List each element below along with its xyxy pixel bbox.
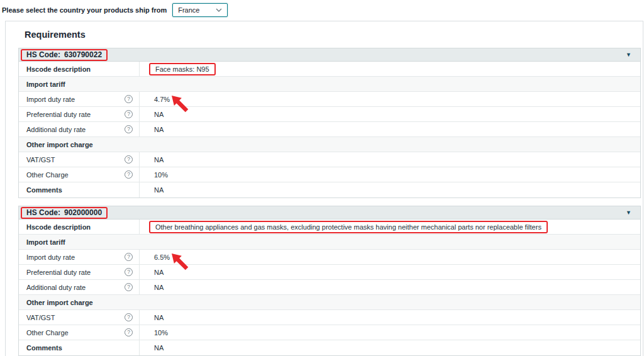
row-label: Comments xyxy=(19,340,140,355)
red-annotation-box: HS Code: 902000000 xyxy=(21,207,108,219)
vat-gst-value: NA xyxy=(154,156,164,164)
collapse-caret-icon[interactable]: ▼ xyxy=(626,210,631,216)
help-icon[interactable]: ? xyxy=(125,328,133,337)
hs-code-prefix: HS Code: xyxy=(26,208,60,217)
help-icon[interactable]: ? xyxy=(125,155,133,164)
requirements-panel: Requirements HS Code: 630790022 ▼ Hscode… xyxy=(5,21,643,356)
chevron-down-icon xyxy=(216,8,222,12)
table-row-preferential-duty: Preferential duty rate ? NA xyxy=(19,265,640,280)
comments-value: NA xyxy=(154,344,164,352)
ship-from-select[interactable]: France xyxy=(172,3,228,17)
help-icon[interactable]: ? xyxy=(125,170,133,179)
hs-code-prefix: HS Code: xyxy=(26,50,60,59)
vat-gst-value: NA xyxy=(154,314,164,321)
hs-section-630790022: HS Code: 630790022 ▼ Hscode description … xyxy=(18,48,641,198)
row-label: VAT/GST xyxy=(26,314,55,321)
table-section-row: Import tariff xyxy=(19,235,640,250)
table-row-vat-gst: VAT/GST ? NA xyxy=(19,310,640,325)
row-label: Other Charge xyxy=(26,171,69,179)
row-label: Hscode description xyxy=(19,220,140,234)
row-label: Other Charge xyxy=(26,329,69,337)
table-row-import-duty: Import duty rate ? 4.7% xyxy=(19,92,640,107)
preferential-duty-rate-value: NA xyxy=(154,269,164,276)
table-row-other-charge: Other Charge ? 10% xyxy=(19,325,640,340)
hscode-description-value: Face masks: N95 xyxy=(155,65,209,73)
row-label: Additional duty rate xyxy=(26,284,86,291)
table-row-description: Hscode description Face masks: N95 xyxy=(19,62,640,77)
ship-from-label: Please select the country your products … xyxy=(2,6,167,14)
hs-code-value: 630790022 xyxy=(64,50,102,59)
row-label: VAT/GST xyxy=(26,156,55,164)
section-row-label: Import tariff xyxy=(19,77,65,91)
table-section-row: Import tariff xyxy=(19,77,640,92)
other-charge-value: 10% xyxy=(154,329,168,337)
table-row-other-charge: Other Charge ? 10% xyxy=(19,167,640,182)
table-section-row: Other import charge xyxy=(19,137,640,152)
row-label: Import duty rate xyxy=(26,253,75,261)
collapse-caret-icon[interactable]: ▼ xyxy=(626,52,631,58)
table-section-row: Other import charge xyxy=(19,295,640,310)
table-row-comments: Comments NA xyxy=(19,340,640,355)
section-row-label: Import tariff xyxy=(19,235,65,249)
help-icon[interactable]: ? xyxy=(125,253,133,261)
row-label: Comments xyxy=(19,182,140,197)
row-label: Hscode description xyxy=(19,62,140,76)
tariff-table: Hscode description Face masks: N95 Impor… xyxy=(18,62,641,198)
help-icon[interactable]: ? xyxy=(125,95,133,103)
hs-section-header[interactable]: HS Code: 902000000 ▼ xyxy=(18,206,641,220)
import-duty-rate-value: 4.7% xyxy=(154,96,170,103)
help-icon[interactable]: ? xyxy=(125,110,133,118)
help-icon[interactable]: ? xyxy=(125,283,133,291)
row-label: Preferential duty rate xyxy=(26,269,91,276)
hs-code-value: 902000000 xyxy=(64,208,102,217)
preferential-duty-rate-value: NA xyxy=(154,111,164,118)
row-label: Preferential duty rate xyxy=(26,111,91,118)
table-row-preferential-duty: Preferential duty rate ? NA xyxy=(19,107,640,122)
table-row-additional-duty: Additional duty rate ? NA xyxy=(19,280,640,295)
help-icon[interactable]: ? xyxy=(125,313,133,321)
table-row-description: Hscode description Other breathing appli… xyxy=(19,220,640,235)
table-row-vat-gst: VAT/GST ? NA xyxy=(19,152,640,167)
import-duty-rate-value: 6.5% xyxy=(154,253,170,261)
table-row-comments: Comments NA xyxy=(19,182,640,197)
tariff-table: Hscode description Other breathing appli… xyxy=(18,220,641,356)
ship-from-bar: Please select the country your products … xyxy=(2,3,228,18)
hscode-description-value: Other breathing appliances and gas masks… xyxy=(155,223,541,231)
table-row-additional-duty: Additional duty rate ? NA xyxy=(19,122,640,137)
row-label: Import duty rate xyxy=(26,96,75,103)
requirements-title: Requirements xyxy=(25,30,641,40)
hs-section-902000000: HS Code: 902000000 ▼ Hscode description … xyxy=(18,206,641,356)
section-row-label: Other import charge xyxy=(19,137,93,152)
help-icon[interactable]: ? xyxy=(125,125,133,133)
red-annotation-box: HS Code: 630790022 xyxy=(21,49,108,61)
additional-duty-rate-value: NA xyxy=(154,126,164,133)
section-row-label: Other import charge xyxy=(19,295,93,309)
other-charge-value: 10% xyxy=(154,171,168,179)
table-row-import-duty: Import duty rate ? 6.5% xyxy=(19,250,640,265)
hs-section-header[interactable]: HS Code: 630790022 ▼ xyxy=(18,48,641,62)
additional-duty-rate-value: NA xyxy=(154,284,164,291)
row-label: Additional duty rate xyxy=(26,126,86,133)
ship-from-selected-value: France xyxy=(178,6,199,14)
red-annotation-box: Face masks: N95 xyxy=(149,63,216,75)
help-icon[interactable]: ? xyxy=(125,268,133,276)
comments-value: NA xyxy=(154,186,164,194)
red-annotation-box: Other breathing appliances and gas masks… xyxy=(149,221,548,233)
